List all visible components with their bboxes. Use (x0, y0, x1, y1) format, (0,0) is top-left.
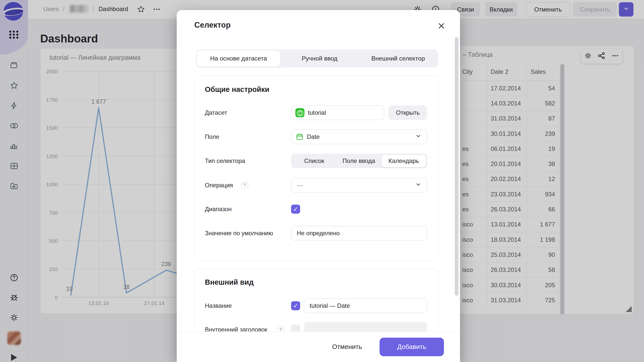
inner-title-input-disabled (304, 322, 427, 332)
inner-title-checkbox[interactable] (291, 325, 300, 332)
selector-type-switch: Список Поле ввода Календарь (291, 154, 427, 168)
title-row-label: Название (205, 298, 232, 313)
field-value: Date (307, 133, 320, 140)
range-label: Диапазон (205, 202, 232, 216)
selector-dialog: Селектор На основе датасета Ручной ввод … (177, 10, 460, 362)
type-option-calendar[interactable]: Календарь (381, 154, 426, 167)
general-settings-heading: Общие настройки (205, 85, 269, 94)
inner-title-help-icon[interactable]: ? (277, 326, 284, 332)
date-field-calendar-icon (296, 133, 303, 141)
tab-dataset-based[interactable]: На основе датасета (197, 50, 280, 67)
default-value: Не определено (297, 230, 340, 237)
dataset-label: Датасет (205, 105, 227, 120)
tab-external-selector[interactable]: Внешний селектор (359, 50, 438, 67)
type-option-input[interactable]: Поле ввода (337, 154, 381, 167)
dialog-title: Селектор (194, 21, 231, 30)
selector-source-tabs: На основе датасета Ручной ввод Внешний с… (196, 49, 438, 68)
modal-scrollbar[interactable] (455, 37, 458, 296)
title-input[interactable]: tutorial — Date (304, 298, 427, 313)
inner-title-label: Внутренний заголовок (205, 322, 267, 332)
field-select[interactable]: Date (291, 130, 427, 144)
app-window: Users / / Dashboard Связи Вкладки Отмени… (0, 0, 644, 362)
operation-value: — (297, 182, 303, 189)
dialog-footer: Отменить Добавить (177, 331, 460, 362)
open-dataset-button[interactable]: Открыть (389, 105, 427, 120)
title-checkbox[interactable]: ✓ (291, 301, 300, 310)
dataset-field[interactable]: tutorial (291, 105, 384, 120)
type-option-list[interactable]: Список (292, 154, 337, 167)
dataset-value: tutorial (308, 109, 326, 116)
selector-type-label: Тип селектора (205, 154, 245, 168)
tab-manual-input[interactable]: Ручной ввод (280, 50, 359, 67)
close-icon[interactable] (436, 20, 447, 32)
operation-select[interactable]: — (291, 178, 427, 193)
chevron-down-icon (415, 133, 421, 141)
dialog-add-button[interactable]: Добавить (380, 338, 444, 356)
default-value-label: Значение по умолчанию (205, 226, 273, 240)
operation-label: Операция (205, 178, 233, 193)
appearance-heading: Внешний вид (205, 278, 254, 286)
dialog-cancel-button[interactable]: Отменить (331, 343, 363, 351)
chevron-down-icon (415, 182, 421, 189)
clipped-row: Внутренний заголовок ? (177, 321, 453, 332)
title-value: tutorial — Date (310, 302, 350, 309)
range-checkbox[interactable]: ✓ (291, 205, 300, 214)
operation-help-icon[interactable]: ? (241, 182, 248, 189)
default-value-input[interactable]: Не определено (291, 226, 427, 240)
dataset-icon (295, 108, 304, 117)
field-label: Поле (205, 130, 219, 144)
